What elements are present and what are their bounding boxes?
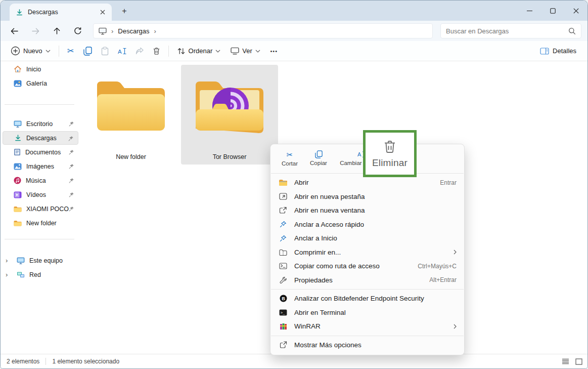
sidebar-item-xiaomi-poco-f[interactable]: XIAOMI POCO F: [3, 202, 78, 216]
sidebar-item-galeria[interactable]: Galería: [3, 76, 78, 90]
trash-icon: [382, 139, 397, 155]
sort-icon: [177, 47, 186, 55]
svg-text:B: B: [282, 296, 285, 301]
sidebar-item-musica[interactable]: Música: [3, 174, 78, 187]
menu-item-bitdefender[interactable]: B Analizar con Bitdefender Endpoint Secu…: [273, 292, 462, 306]
menu-item-abrir[interactable]: Abrir Entrar: [273, 176, 462, 190]
sidebar-item-este-equipo[interactable]: › Este equipo: [3, 254, 78, 267]
computer-icon: [17, 257, 25, 264]
minimize-button[interactable]: [518, 1, 541, 21]
sidebar-item-escritorio[interactable]: Escritorio: [3, 117, 78, 131]
paste-button[interactable]: [97, 43, 114, 59]
tree-chevron-icon[interactable]: ›: [6, 257, 8, 264]
trash-icon: [152, 47, 161, 56]
breadcrumb-descargas[interactable]: Descargas: [118, 27, 149, 35]
videos-icon: [14, 191, 22, 198]
sidebar-item-inicio[interactable]: Inicio: [3, 62, 78, 76]
download-icon: [16, 9, 23, 16]
folder-icon: [14, 220, 22, 226]
back-button[interactable]: [7, 23, 22, 38]
tree-chevron-icon[interactable]: ›: [6, 271, 8, 278]
breadcrumb-chevron-icon[interactable]: ›: [154, 27, 156, 35]
menu-item-abrir-nueva-ventana[interactable]: Abrir en nueva ventana: [273, 203, 462, 218]
menu-item-winrar[interactable]: WinRAR: [273, 319, 462, 334]
folder-tor-browser-icon: [191, 74, 268, 136]
forward-button[interactable]: [28, 23, 43, 38]
command-toolbar: Nuevo ✂ A: [1, 41, 587, 61]
tab-descargas[interactable]: Descargas: [10, 4, 112, 21]
cut-menu-button[interactable]: ✂ Cortar: [276, 149, 304, 168]
music-icon: [14, 177, 21, 184]
pin-icon: [278, 235, 289, 242]
sidebar-item-label: Vídeos: [26, 191, 46, 198]
menu-separator: [271, 289, 464, 290]
ellipsis-icon: •••: [270, 48, 278, 54]
maximize-button[interactable]: [541, 1, 564, 21]
file-item-tor-browser[interactable]: Tor Browser: [181, 65, 278, 165]
eliminar-highlight-box[interactable]: Eliminar: [363, 130, 417, 177]
open-in-new-tab-icon: [278, 193, 289, 200]
sidebar-item-videos[interactable]: Vídeos: [3, 188, 78, 201]
file-item-new-folder[interactable]: New folder: [82, 65, 179, 165]
menu-item-copiar-ruta[interactable]: Copiar como ruta de acceso Ctrl+Mayús+C: [273, 259, 462, 273]
sidebar-item-label: Música: [26, 177, 46, 184]
rename-icon: A: [117, 47, 127, 55]
refresh-button[interactable]: [70, 23, 85, 38]
address-bar[interactable]: › Descargas ›: [93, 23, 433, 38]
delete-button[interactable]: [148, 43, 165, 59]
menu-item-label: Abrir en nueva pestaña: [294, 193, 457, 200]
cut-button[interactable]: ✂: [62, 43, 79, 59]
sidebar-item-imagenes[interactable]: Imágenes: [3, 159, 78, 173]
file-label: New folder: [116, 153, 146, 160]
sidebar-item-descargas[interactable]: Descargas: [3, 131, 78, 145]
details-pane-button[interactable]: Detalles: [536, 43, 580, 59]
menu-item-anclar-inicio[interactable]: Anclar a Inicio: [273, 231, 462, 245]
menu-item-shortcut: Ctrl+Mayús+C: [418, 263, 457, 270]
tab-close-icon[interactable]: [98, 7, 108, 17]
pictures-icon: [14, 163, 22, 170]
menu-item-comprimir-en[interactable]: Comprimir en...: [273, 245, 462, 260]
sidebar-item-documentos[interactable]: Documentos: [3, 145, 78, 159]
copy-menu-button[interactable]: Copiar: [304, 149, 333, 167]
share-button[interactable]: [131, 43, 148, 59]
svg-text:>_: >_: [281, 311, 285, 315]
menu-item-label: Comprimir en...: [294, 249, 454, 256]
pin-icon: [69, 178, 74, 183]
sort-button[interactable]: Ordenar: [172, 43, 226, 59]
sidebar-item-label: Escritorio: [26, 120, 53, 128]
quick-action-label: Copiar: [310, 160, 327, 166]
this-pc-icon[interactable]: [99, 27, 107, 35]
rename-button[interactable]: A: [114, 43, 131, 59]
up-button[interactable]: [49, 23, 64, 38]
view-button[interactable]: Ver: [225, 43, 265, 59]
pin-icon: [69, 192, 74, 197]
search-input[interactable]: [446, 27, 568, 35]
menu-item-abrir-terminal[interactable]: >_ Abrir en Terminal: [273, 306, 462, 320]
chevron-down-icon: [255, 50, 260, 53]
menu-item-mostrar-mas-opciones[interactable]: Mostrar Más opciones: [273, 338, 462, 352]
details-pane-icon: [540, 48, 549, 55]
menu-item-propiedades[interactable]: Propiedades Alt+Entrar: [273, 273, 462, 288]
large-icons-view-icon[interactable]: [575, 358, 582, 365]
list-view-icon[interactable]: [562, 358, 569, 364]
menu-item-label: Abrir en Terminal: [294, 309, 457, 316]
sidebar-item-new-folder[interactable]: New folder: [3, 216, 78, 230]
close-button[interactable]: [564, 1, 587, 21]
menu-item-shortcut: Alt+Entrar: [429, 276, 457, 283]
sidebar-item-red[interactable]: › Red: [3, 268, 78, 281]
new-tab-button[interactable]: +: [118, 5, 131, 17]
search-box[interactable]: [440, 23, 581, 38]
copy-button[interactable]: [79, 43, 97, 59]
pin-icon: [69, 149, 74, 155]
menu-item-anclar-acceso-rapido[interactable]: Anclar a Acceso rápido: [273, 218, 462, 232]
status-separator: [46, 358, 46, 365]
sidebar-item-label: Imágenes: [26, 163, 54, 170]
pin-icon: [69, 206, 74, 212]
menu-item-abrir-nueva-pestana[interactable]: Abrir en nueva pestaña: [273, 190, 462, 204]
more-commands-button[interactable]: •••: [265, 43, 283, 59]
new-button[interactable]: Nuevo: [6, 43, 56, 59]
search-icon[interactable]: [568, 27, 576, 35]
menu-item-label: Abrir: [294, 179, 434, 186]
pin-icon: [278, 221, 289, 228]
window-controls: [518, 1, 587, 21]
